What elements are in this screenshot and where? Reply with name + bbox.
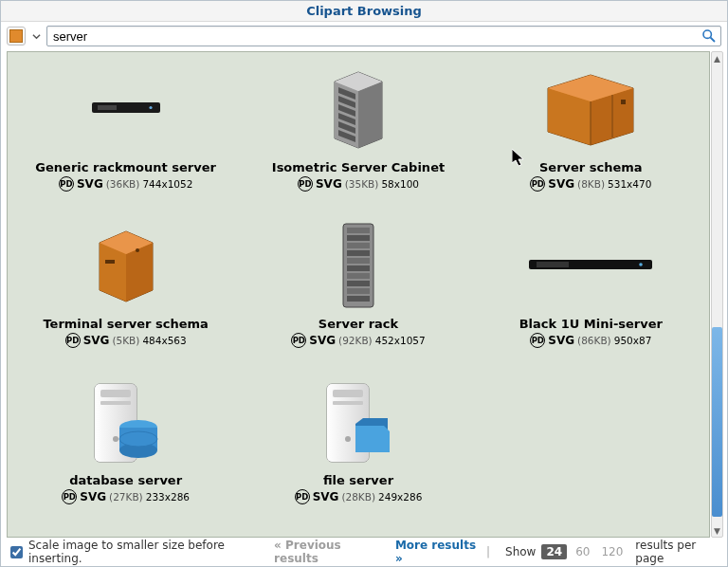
item-format: SVG bbox=[316, 177, 342, 191]
item-dims: 233x286 bbox=[146, 491, 190, 503]
results-area: Generic rackmount server PD SVG (36KB) 7… bbox=[7, 51, 710, 538]
svg-point-41 bbox=[640, 263, 644, 266]
item-meta: PD SVG (5KB) 484x563 bbox=[65, 333, 187, 348]
clipart-thumbnail-icon bbox=[321, 375, 395, 469]
svg-rect-45 bbox=[100, 401, 131, 405]
svg-rect-40 bbox=[537, 262, 569, 267]
clipart-item[interactable]: file server PD SVG (28KB) 249x286 bbox=[242, 369, 474, 525]
item-filesize: (92KB) bbox=[338, 335, 373, 346]
item-filesize: (28KB) bbox=[341, 491, 375, 503]
item-dims: 950x87 bbox=[614, 335, 652, 346]
next-results-link[interactable]: More results » bbox=[395, 539, 477, 565]
item-meta: PD SVG (35KB) 58x100 bbox=[298, 176, 419, 192]
scale-label: Scale image to smaller size before inser… bbox=[28, 539, 253, 565]
item-title: Generic rackmount server bbox=[35, 160, 216, 174]
svg-rect-3 bbox=[98, 105, 117, 110]
item-format: SVG bbox=[77, 177, 103, 191]
clipart-thumbnail-icon bbox=[327, 62, 390, 156]
clipart-thumbnail-icon bbox=[89, 375, 163, 469]
svg-rect-30 bbox=[347, 235, 370, 241]
scrollbar-thumb[interactable] bbox=[712, 327, 722, 517]
per-page-120[interactable]: 120 bbox=[601, 545, 623, 558]
item-title: Black 1U Mini-server bbox=[519, 317, 663, 331]
item-title: Server schema bbox=[539, 160, 643, 174]
clipart-thumbnail-icon bbox=[529, 218, 652, 313]
svg-rect-32 bbox=[347, 250, 370, 256]
svg-point-46 bbox=[113, 436, 118, 442]
item-dims: 58x100 bbox=[381, 178, 419, 190]
footer-bar: Scale image to smaller size before inser… bbox=[5, 540, 723, 564]
svg-rect-44 bbox=[100, 390, 131, 397]
svg-point-50 bbox=[119, 431, 157, 447]
item-meta: PD SVG (27KB) 233x286 bbox=[62, 489, 190, 504]
item-title: file server bbox=[323, 473, 393, 487]
search-input[interactable] bbox=[46, 26, 721, 46]
svg-rect-35 bbox=[347, 273, 370, 279]
svg-rect-31 bbox=[347, 243, 370, 248]
item-format: SVG bbox=[548, 334, 574, 347]
item-filesize: (8KB) bbox=[577, 178, 605, 190]
scroll-up-icon[interactable]: ▲ bbox=[712, 52, 722, 64]
item-dims: 744x1052 bbox=[142, 178, 192, 190]
clipart-item[interactable]: database server PD SVG (27KB) 233x286 bbox=[9, 369, 242, 525]
license-badge-icon: PD bbox=[59, 176, 74, 192]
clipart-thumbnail-icon bbox=[339, 218, 377, 313]
license-badge-icon: PD bbox=[530, 176, 545, 192]
item-format: SVG bbox=[309, 334, 336, 347]
item-meta: PD SVG (36KB) 744x1052 bbox=[59, 176, 192, 192]
item-filesize: (35KB) bbox=[345, 178, 379, 190]
clipart-item[interactable]: Isometric Server Cabinet PD SVG (35KB) 5… bbox=[242, 56, 474, 212]
svg-rect-21 bbox=[621, 100, 626, 104]
item-filesize: (36KB) bbox=[106, 178, 140, 190]
svg-point-27 bbox=[136, 248, 139, 252]
item-filesize: (86KB) bbox=[577, 335, 611, 346]
scrollbar[interactable]: ▲ ▼ bbox=[711, 51, 723, 538]
svg-marker-7 bbox=[358, 82, 382, 148]
item-title: Server rack bbox=[318, 317, 398, 331]
clipart-thumbnail-icon bbox=[538, 62, 643, 156]
item-format: SVG bbox=[80, 490, 106, 503]
clipart-item[interactable]: Generic rackmount server PD SVG (36KB) 7… bbox=[9, 56, 242, 212]
per-page-60[interactable]: 60 bbox=[575, 545, 590, 558]
svg-point-55 bbox=[345, 436, 351, 442]
license-badge-icon: PD bbox=[65, 333, 81, 348]
license-badge-icon: PD bbox=[62, 489, 77, 504]
clipart-item[interactable]: Black 1U Mini-server PD SVG (86KB) 950x8… bbox=[475, 212, 707, 369]
separator: | bbox=[486, 545, 490, 558]
svg-rect-33 bbox=[347, 258, 370, 264]
item-meta: PD SVG (8KB) 531x470 bbox=[530, 176, 651, 192]
license-badge-icon: PD bbox=[295, 489, 310, 504]
per-page-24[interactable]: 24 bbox=[541, 544, 567, 559]
svg-rect-38 bbox=[347, 296, 370, 302]
item-filesize: (27KB) bbox=[109, 491, 143, 503]
svg-rect-54 bbox=[333, 401, 363, 405]
item-meta: PD SVG (92KB) 452x1057 bbox=[291, 333, 425, 348]
clipart-item[interactable]: Server schema PD SVG (8KB) 531x470 bbox=[475, 56, 707, 212]
item-format: SVG bbox=[83, 334, 110, 347]
item-format: SVG bbox=[548, 177, 574, 191]
clipart-item[interactable]: Server rack PD SVG (92KB) 452x1057 bbox=[242, 212, 474, 369]
item-title: Isometric Server Cabinet bbox=[272, 160, 445, 174]
item-meta: PD SVG (86KB) 950x87 bbox=[530, 333, 651, 348]
chevron-down-icon[interactable] bbox=[29, 27, 43, 46]
scale-checkbox[interactable] bbox=[10, 546, 23, 558]
category-icon bbox=[9, 29, 23, 43]
svg-rect-37 bbox=[347, 288, 370, 294]
svg-point-4 bbox=[149, 106, 152, 109]
item-title: Terminal server schema bbox=[43, 317, 208, 331]
window-title: Clipart Browsing bbox=[1, 1, 727, 22]
clipart-item[interactable]: Terminal server schema PD SVG (5KB) 484x… bbox=[9, 212, 242, 369]
svg-rect-26 bbox=[105, 260, 115, 264]
category-button[interactable] bbox=[7, 27, 26, 46]
item-dims: 249x286 bbox=[378, 491, 422, 503]
item-filesize: (5KB) bbox=[112, 335, 139, 346]
item-dims: 531x470 bbox=[608, 178, 651, 190]
svg-rect-36 bbox=[347, 281, 370, 286]
item-dims: 484x563 bbox=[142, 335, 186, 346]
per-page-label: results per page bbox=[635, 539, 718, 565]
prev-results-link: « Previous results bbox=[274, 539, 376, 565]
clipart-thumbnail-icon bbox=[92, 62, 160, 156]
item-format: SVG bbox=[313, 490, 339, 503]
svg-rect-29 bbox=[347, 228, 370, 233]
scroll-down-icon[interactable]: ▼ bbox=[712, 524, 722, 537]
